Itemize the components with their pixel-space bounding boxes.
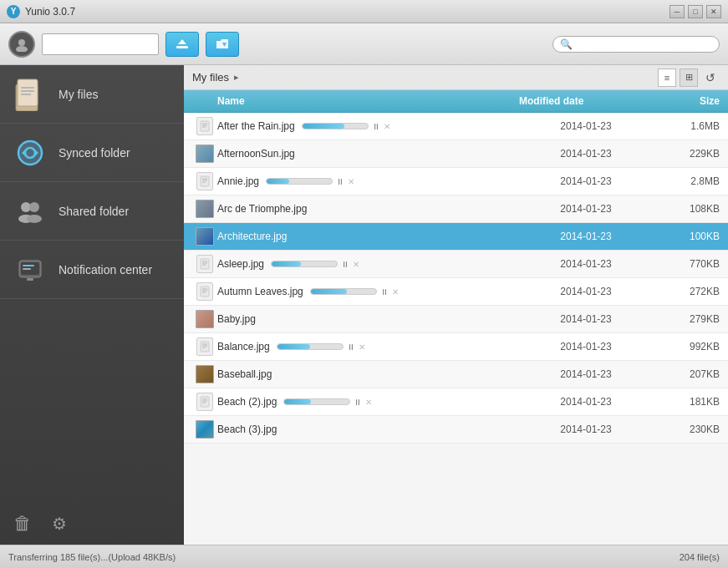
table-row[interactable]: Beach (3).jpg2014-01-23230KB xyxy=(184,416,728,444)
minimize-button[interactable]: ─ xyxy=(669,5,685,18)
file-count: 204 file(s) xyxy=(680,552,720,562)
my-files-icon xyxy=(13,78,47,111)
main-layout: My files Synced folder xyxy=(0,65,728,545)
file-date: 2014-01-23 xyxy=(519,231,653,242)
progress-bar-bg xyxy=(266,178,333,185)
shared-folder-icon xyxy=(13,195,47,228)
maximize-button[interactable]: □ xyxy=(688,5,703,18)
progress-sep: ✕ xyxy=(392,287,399,297)
progress-pause-button[interactable]: ⏸ xyxy=(336,177,344,186)
new-folder-button[interactable] xyxy=(206,32,239,57)
svg-rect-23 xyxy=(201,121,209,131)
table-header: Name Modified date Size xyxy=(184,90,728,113)
progress-sep: ✕ xyxy=(348,177,354,186)
progress-bar-fill xyxy=(311,289,347,294)
file-size: 108KB xyxy=(653,203,720,215)
file-size: 2.8MB xyxy=(653,175,720,187)
username-input[interactable] xyxy=(42,33,159,55)
file-date: 2014-01-23 xyxy=(519,258,653,270)
list-view-button[interactable]: ≡ xyxy=(658,68,676,87)
progress-sep: ✕ xyxy=(384,122,390,131)
file-date: 2014-01-23 xyxy=(519,423,653,435)
sidebar-item-notification-center[interactable]: Notification center xyxy=(0,241,184,299)
breadcrumb-bar: My files ▸ ≡ ⊞ ↺ xyxy=(184,65,728,90)
synced-folder-icon xyxy=(13,136,47,170)
progress-pause-button[interactable]: ⏸ xyxy=(341,260,349,269)
svg-point-15 xyxy=(29,202,39,212)
avatar[interactable] xyxy=(8,31,35,58)
table-row[interactable]: Annie.jpg ⏸ ✕ 2014-01-232.8MB xyxy=(184,168,728,195)
settings-icon[interactable]: ⚙ xyxy=(52,514,67,534)
svg-rect-22 xyxy=(23,268,31,270)
status-bar: Transferring 185 file(s)...(Upload 48KB/… xyxy=(0,545,728,568)
file-name: Baseball.jpg xyxy=(217,368,272,380)
table-row[interactable]: Autumn Leaves.jpg ⏸ ✕ 2014-01-23272KB xyxy=(184,278,728,306)
refresh-button[interactable]: ↺ xyxy=(701,68,720,87)
table-body: After the Rain.jpg ⏸ ✕ 2014-01-231.6MBAf… xyxy=(184,113,728,444)
file-name: Annie.jpg xyxy=(217,175,259,187)
trash-icon[interactable]: 🗑 xyxy=(13,513,32,535)
file-name: AfternoonSun.jpg xyxy=(217,148,295,160)
table-row[interactable]: Arc de Triomphe.jpg2014-01-23108KB xyxy=(184,195,728,223)
sidebar: My files Synced folder xyxy=(0,65,184,545)
file-icon xyxy=(192,393,217,411)
upload-button[interactable] xyxy=(165,32,199,57)
svg-marker-3 xyxy=(178,39,186,44)
progress-pause-button[interactable]: ⏸ xyxy=(347,342,355,352)
file-date: 2014-01-23 xyxy=(519,396,653,408)
file-icon xyxy=(192,255,217,273)
file-size: 229KB xyxy=(653,148,720,160)
file-size: 207KB xyxy=(653,368,720,380)
th-name: Name xyxy=(217,95,519,107)
file-size: 100KB xyxy=(653,231,720,242)
view-controls: ≡ ⊞ ↺ xyxy=(658,68,720,87)
file-icon xyxy=(192,117,217,135)
table-row[interactable]: Baby.jpg2014-01-23279KB xyxy=(184,306,728,333)
table-row[interactable]: Baseball.jpg2014-01-23207KB xyxy=(184,361,728,388)
progress-bar-bg xyxy=(277,343,344,350)
svg-point-0 xyxy=(18,39,25,46)
title-bar: Y Yunio 3.0.7 ─ □ ✕ xyxy=(0,0,728,23)
file-size: 1.6MB xyxy=(653,120,720,132)
file-icon xyxy=(192,200,217,218)
progress-pause-button[interactable]: ⏸ xyxy=(354,398,362,407)
file-name-cell: AfternoonSun.jpg xyxy=(217,148,519,160)
file-size: 272KB xyxy=(653,286,720,297)
search-input[interactable] xyxy=(576,38,712,50)
file-name-cell: Baseball.jpg xyxy=(217,368,519,380)
table-row[interactable]: Balance.jpg ⏸ ✕ 2014-01-23992KB xyxy=(184,333,728,361)
file-date: 2014-01-23 xyxy=(519,286,653,297)
table-row[interactable]: After the Rain.jpg ⏸ ✕ 2014-01-231.6MB xyxy=(184,113,728,140)
table-row[interactable]: AfternoonSun.jpg2014-01-23229KB xyxy=(184,140,728,168)
window-controls: ─ □ ✕ xyxy=(669,5,721,18)
file-size: 230KB xyxy=(653,423,720,435)
breadcrumb: My files xyxy=(192,71,229,84)
sidebar-item-my-files[interactable]: My files xyxy=(0,65,184,124)
grid-view-button[interactable]: ⊞ xyxy=(680,68,698,87)
file-size: 279KB xyxy=(653,313,720,325)
progress-pause-button[interactable]: ⏸ xyxy=(372,122,380,131)
svg-rect-2 xyxy=(176,46,188,48)
file-date: 2014-01-23 xyxy=(519,120,653,132)
file-date: 2014-01-23 xyxy=(519,368,653,380)
notification-center-icon xyxy=(13,253,47,287)
close-button[interactable]: ✕ xyxy=(706,5,721,18)
progress-sep: ✕ xyxy=(365,398,372,407)
file-name-cell: Annie.jpg ⏸ ✕ xyxy=(217,175,519,187)
progress-bar-fill xyxy=(277,344,310,349)
search-icon: 🔍 xyxy=(560,38,573,50)
file-name: After the Rain.jpg xyxy=(217,120,295,132)
th-icon xyxy=(192,95,217,107)
table-row[interactable]: Architecture.jpg2014-01-23100KB xyxy=(184,223,728,251)
progress-sep: ✕ xyxy=(359,342,365,352)
progress-pause-button[interactable]: ⏸ xyxy=(380,287,389,297)
svg-rect-35 xyxy=(201,287,209,297)
search-bar[interactable]: 🔍 xyxy=(552,36,720,53)
table-row[interactable]: Asleep.jpg ⏸ ✕ 2014-01-23770KB xyxy=(184,251,728,278)
sidebar-item-shared-folder[interactable]: Shared folder xyxy=(0,182,184,241)
file-name-cell: Architecture.jpg xyxy=(217,231,519,242)
table-row[interactable]: Beach (2).jpg ⏸ ✕ 2014-01-23181KB xyxy=(184,388,728,416)
sidebar-item-synced-folder[interactable]: Synced folder xyxy=(0,124,184,182)
upload-progress: ⏸ ✕ xyxy=(266,177,354,186)
file-size: 770KB xyxy=(653,258,720,270)
